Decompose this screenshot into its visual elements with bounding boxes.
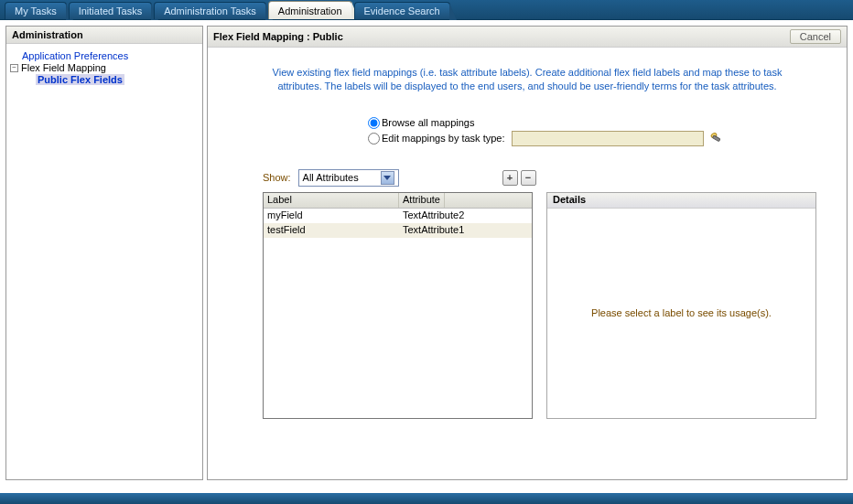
tab-initiated-tasks[interactable]: Initiated Tasks [69, 2, 153, 19]
sidebar-item-app-preferences[interactable]: Application Preferences [22, 50, 128, 61]
tab-my-tasks[interactable]: My Tasks [5, 2, 67, 19]
show-select[interactable]: All Attributes [298, 169, 399, 187]
cancel-button[interactable]: Cancel [790, 29, 841, 44]
cell-label: testField [264, 223, 399, 238]
svg-rect-1 [712, 135, 719, 142]
column-header-attribute[interactable]: Attribute [399, 193, 445, 208]
radio-browse-all-label: Browse all mappings [382, 117, 475, 128]
radio-browse-all[interactable] [368, 117, 380, 129]
mappings-table: Label Attribute myField TextAttribute2 t… [263, 192, 533, 419]
sidebar-item-public-flex-fields[interactable]: Public Flex Fields [36, 74, 124, 85]
radio-edit-by-type[interactable] [368, 133, 380, 145]
radio-edit-by-type-label: Edit mappings by task type: [382, 133, 505, 144]
cell-attribute: TextAttribute1 [399, 223, 468, 238]
show-label: Show: [263, 172, 291, 183]
tree-expander-icon[interactable]: − [10, 64, 18, 72]
sidebar-tree: Application Preferences − Flex Field Map… [6, 44, 202, 91]
cell-label: myField [264, 209, 399, 223]
sidebar-item-flex-field-mapping[interactable]: Flex Field Mapping [21, 62, 106, 73]
details-panel: Details Please select a label to see its… [546, 192, 816, 419]
intro-text: View existing flex field mappings (i.e. … [254, 66, 801, 94]
tab-evidence-search[interactable]: Evidence Search [354, 2, 450, 19]
tab-administration-tasks[interactable]: Administration Tasks [154, 2, 266, 19]
page-title: Flex Field Mapping : Public [213, 31, 790, 42]
table-row[interactable]: myField TextAttribute2 [264, 209, 532, 223]
top-tabbar: My Tasks Initiated Tasks Administration … [0, 0, 853, 20]
add-button[interactable]: + [502, 170, 518, 186]
column-header-label[interactable]: Label [264, 193, 399, 208]
remove-button[interactable]: − [521, 170, 536, 186]
show-select-value: All Attributes [303, 172, 359, 183]
sidebar: Administration Application Preferences −… [5, 26, 203, 480]
task-type-input[interactable] [512, 131, 704, 146]
tab-administration[interactable]: Administration [268, 1, 352, 19]
chevron-down-icon [381, 171, 394, 185]
main-panel: Flex Field Mapping : Public Cancel View … [207, 26, 848, 480]
bottom-bar [0, 493, 853, 504]
details-empty-message: Please select a label to see its usage(s… [547, 209, 815, 418]
table-row[interactable]: testField TextAttribute1 [264, 223, 532, 238]
cell-attribute: TextAttribute2 [399, 209, 468, 223]
details-title: Details [547, 193, 815, 209]
sidebar-title: Administration [6, 27, 202, 44]
flashlight-icon[interactable] [709, 131, 724, 145]
